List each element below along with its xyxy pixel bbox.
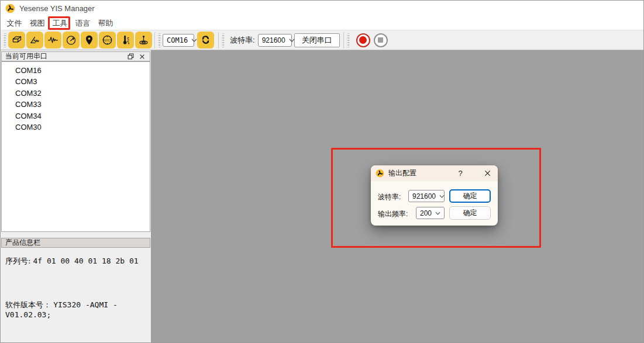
- svg-text:UTC: UTC: [105, 39, 110, 42]
- utc-clock-icon: UTC: [101, 34, 113, 46]
- serial-number-label: 序列号:: [5, 257, 30, 265]
- close-icon: [139, 54, 145, 60]
- dialog-rate-label: 输出频率:: [378, 209, 408, 219]
- gauge-icon: [65, 34, 77, 46]
- utc-time-button[interactable]: UTC: [99, 32, 116, 48]
- port-list-item[interactable]: COM3: [2, 76, 150, 87]
- port-list-item[interactable]: COM32: [2, 88, 150, 99]
- menu-bar: 文件 视图 工具 语言 帮助: [1, 16, 643, 30]
- dialog-baud-ok-button[interactable]: 确定: [449, 189, 491, 203]
- waveform-icon: [47, 34, 59, 46]
- dialog-close-button[interactable]: [481, 168, 493, 179]
- dialog-logo-icon: [376, 169, 384, 178]
- chevron-down-icon: [439, 195, 445, 198]
- toolbar-separator: [154, 32, 155, 48]
- angle-wave-icon: [29, 34, 41, 46]
- angle-chart-button[interactable]: [26, 32, 43, 48]
- baud-rate-value: 921600: [262, 36, 285, 44]
- chevron-down-icon: [435, 212, 440, 215]
- refresh-sync-icon: [199, 34, 212, 46]
- cube-3d-icon: [11, 34, 23, 46]
- dialog-title: 输出配置: [388, 168, 454, 178]
- port-list-item[interactable]: COM33: [2, 99, 150, 110]
- toolbar-separator: [343, 32, 344, 48]
- location-pin-icon: [83, 34, 95, 46]
- port-list-item[interactable]: COM16: [2, 65, 150, 76]
- gps-location-button[interactable]: [81, 32, 98, 48]
- close-icon: [484, 170, 491, 176]
- cube-3d-view-button[interactable]: [8, 32, 25, 48]
- dialog-rate-value: 200: [420, 209, 432, 217]
- software-version-label: 软件版本号：: [5, 300, 51, 309]
- serial-number-value: 4f 01 00 40 01 18 2b 01: [33, 257, 139, 265]
- toolbar-drag-handle[interactable]: [158, 33, 161, 47]
- chevron-down-icon: [191, 39, 197, 42]
- software-version-row: 软件版本号： YIS320 -AQMI -V01.02.03;: [5, 300, 151, 319]
- baud-rate-select[interactable]: 921600: [258, 34, 292, 47]
- product-info-header: 产品信息栏: [1, 238, 150, 248]
- dock-float-button[interactable]: [126, 53, 135, 60]
- waveform-chart-button[interactable]: [44, 32, 61, 48]
- app-window: Yesense YIS Manager 文件 视图 工具 语言 帮助: [0, 0, 644, 343]
- toolbar-separator: [218, 32, 219, 48]
- toolbar-drag-handle[interactable]: [4, 33, 6, 47]
- com-port-select[interactable]: COM16: [163, 34, 194, 47]
- gauge-button[interactable]: [63, 32, 80, 48]
- dialog-rate-ok-button[interactable]: 确定: [449, 206, 491, 220]
- app-logo-icon: [5, 4, 15, 13]
- dialog-baud-label: 波特率:: [378, 192, 401, 202]
- menu-view[interactable]: 视图: [29, 17, 45, 30]
- serial-port-dock-panel: 当前可用串口 COM16 COM3 COM32 COM33: [1, 50, 151, 343]
- dialog-rate-select[interactable]: 200: [416, 207, 445, 219]
- toolbar-drag-handle[interactable]: [222, 33, 225, 47]
- toolbar: UTC COM16: [1, 30, 643, 50]
- dialog-baud-select[interactable]: 921600: [408, 190, 445, 202]
- baud-rate-label: 波特率:: [230, 35, 255, 46]
- window-title: Yesense YIS Manager: [19, 4, 95, 13]
- record-button[interactable]: [356, 33, 370, 47]
- float-window-icon: [128, 53, 134, 60]
- dock-panel-header: 当前可用串口: [1, 51, 150, 61]
- port-list-item[interactable]: COM34: [2, 110, 150, 122]
- available-ports-list: COM16 COM3 COM32 COM33 COM34 COM30: [1, 61, 150, 232]
- menu-tools[interactable]: 工具: [52, 17, 68, 30]
- attitude-sensor-button[interactable]: [135, 32, 152, 48]
- dock-panel-title: 当前可用串口: [5, 51, 123, 61]
- refresh-ports-button[interactable]: [197, 32, 214, 48]
- dialog-baud-value: 921600: [412, 192, 436, 200]
- toolbar-drag-handle[interactable]: [347, 33, 350, 47]
- stop-button[interactable]: [374, 33, 388, 47]
- dock-close-button[interactable]: [138, 53, 146, 60]
- menu-help[interactable]: 帮助: [98, 17, 113, 30]
- title-bar: Yesense YIS Manager: [1, 1, 643, 16]
- attitude-sensor-icon: [137, 34, 150, 46]
- workspace-area: 输出配置 ? 波特率: 921600 确定 输出频率:: [151, 50, 643, 343]
- output-config-dialog: 输出配置 ? 波特率: 921600 确定 输出频率:: [371, 165, 498, 226]
- serial-number-row: 序列号: 4f 01 00 40 01 18 2b 01: [5, 256, 139, 266]
- temperature-button[interactable]: [117, 32, 134, 48]
- port-list-item[interactable]: COM30: [2, 122, 150, 133]
- close-serial-port-button[interactable]: 关闭串口: [294, 33, 340, 47]
- stop-icon: [378, 37, 383, 43]
- menu-language[interactable]: 语言: [75, 17, 91, 30]
- dialog-help-button[interactable]: ?: [454, 168, 466, 179]
- com-port-value: COM16: [167, 36, 188, 44]
- thermometer-icon: [119, 34, 132, 46]
- record-icon: [359, 36, 367, 44]
- menu-file[interactable]: 文件: [6, 17, 22, 30]
- dialog-title-bar[interactable]: 输出配置 ?: [371, 165, 498, 181]
